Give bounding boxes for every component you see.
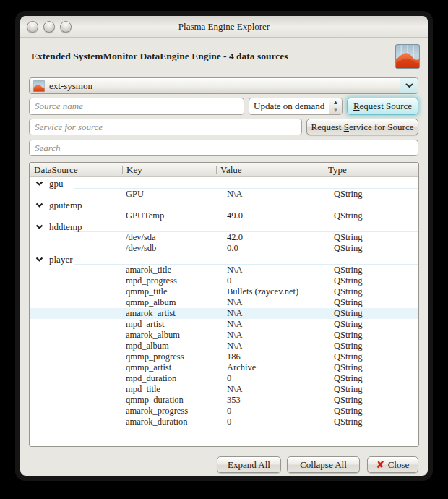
key-cell: mpd_title [122,384,216,395]
value-cell: N\A [216,330,324,341]
window-frame: Plasma Engine Explorer Extended SystemMo… [15,11,433,481]
group-row-hddtemp[interactable]: hddtemp [30,221,418,232]
spin-down-icon[interactable]: ▼ [329,106,342,114]
close-button[interactable]: ✘ Close [367,456,418,473]
data-row-qmmp_progress[interactable]: qmmp_progress186QString [30,351,418,362]
engine-item-icon [33,80,45,92]
type-cell: QString [324,286,418,297]
value-cell: N\A [216,319,324,330]
close-x-icon: ✘ [376,459,384,471]
value-cell: 0 [216,276,324,286]
data-row-mpd_title[interactable]: mpd_titleN\AQString [30,384,418,395]
data-row-amarok_title[interactable]: amarok_titleN\AQString [30,265,418,276]
chevron-down-icon[interactable] [400,78,418,93]
request-source-button[interactable]: Request Source [347,98,418,115]
data-row-mpd_artist[interactable]: mpd_artistN\AQString [30,319,418,330]
group-label: gputemp [49,200,82,210]
data-row-amarok_album[interactable]: amarok_albumN\AQString [30,330,418,341]
key-cell: amarok_artist [122,308,216,319]
value-cell: N\A [216,384,324,395]
data-row-mpd_progress[interactable]: mpd_progress0QString [30,276,418,286]
chevron-down-icon[interactable] [35,224,43,229]
spin-up-icon[interactable]: ▲ [329,98,342,106]
engine-select[interactable]: ext-sysmon [29,77,418,94]
value-cell: N\A [216,265,324,276]
data-row-qmmp_title[interactable]: qmmp_titleBullets (zaycev.net)QString [30,286,418,297]
expand-all-button[interactable]: Expand All [217,456,281,473]
value-cell: 353 [216,395,324,406]
key-cell: mpd_progress [122,276,216,286]
key-cell: mpd_duration [122,373,216,384]
data-row-/dev/sdb[interactable]: /dev/sdb0.0QString [30,243,418,254]
column-header-type[interactable]: Type [324,163,418,176]
value-cell: 0.0 [216,243,324,254]
type-cell: QString [324,351,418,362]
data-row-qmmp_duration[interactable]: qmmp_duration353QString [30,395,418,406]
type-cell: QString [324,297,418,308]
type-cell: QString [324,265,418,276]
group-row-gpu[interactable]: gpu [30,178,418,189]
type-cell: QString [324,406,418,417]
system-monitor-icon [395,44,420,69]
chevron-down-icon[interactable] [35,202,43,208]
key-cell: qmmp_album [122,297,216,308]
chevron-down-icon[interactable] [35,181,43,186]
key-cell: qmmp_title [122,286,216,297]
table-body: gpuGPUN\AQStringgputempGPUTemp49.0QStrin… [30,177,418,427]
data-row-amarok_duration[interactable]: amarok_duration0QString [30,417,418,427]
data-row-mpd_duration[interactable]: mpd_duration0QString [30,373,418,384]
data-row-qmmp_album[interactable]: qmmp_albumN\AQString [30,297,418,308]
group-row-player[interactable]: player [30,254,418,265]
key-cell: GPUTemp [122,210,216,221]
data-row-mpd_album[interactable]: mpd_albumN\AQString [30,341,418,351]
type-cell: QString [324,384,418,395]
column-header-key[interactable]: Key [122,163,216,176]
value-cell: Bullets (zaycev.net) [216,286,324,297]
search-input[interactable] [29,140,418,156]
value-cell: N\A [216,308,324,319]
column-header-datasource[interactable]: DataSource [30,163,122,176]
group-label: player [49,254,72,265]
key-cell: amarok_title [122,265,216,276]
key-cell: /dev/sdb [122,243,216,254]
key-cell: amarok_progress [122,406,216,417]
collapse-all-button[interactable]: Collapse All [287,456,360,473]
type-cell: QString [324,232,418,243]
key-cell: qmmp_artist [122,362,216,373]
screen: { "window": { "title": "Plasma Engine Ex… [0,0,448,499]
group-label: gpu [49,178,64,189]
key-cell: qmmp_progress [122,351,216,362]
type-cell: QString [324,417,418,427]
value-cell: 0 [216,373,324,384]
update-interval-spinbox[interactable]: Update on demand ▲ ▼ [249,98,343,115]
group-label: hddtemp [49,221,82,232]
key-cell: mpd_artist [122,319,216,330]
title-bar[interactable]: Plasma Engine Explorer [20,16,428,38]
window-title: Plasma Engine Explorer [20,16,428,38]
value-cell: N\A [216,341,324,351]
type-cell: QString [324,362,418,373]
data-row-amarok_progress[interactable]: amarok_progress0QString [30,406,418,417]
value-cell: 0 [216,406,324,417]
data-row-amarok_artist[interactable]: amarok_artistN\AQString [30,308,418,319]
data-row-/dev/sda[interactable]: /dev/sda42.0QString [30,232,418,243]
data-row-GPU[interactable]: GPUN\AQString [30,189,418,200]
type-cell: QString [324,189,418,200]
key-cell: GPU [122,189,216,200]
data-source-tree: DataSource Key Value Type gpuGPUN\AQStri… [29,162,419,447]
source-name-input[interactable] [29,98,244,115]
service-for-source-input[interactable] [29,119,302,135]
request-service-button[interactable]: Request Service for Source [306,119,418,135]
type-cell: QString [324,308,418,319]
engine-header-title: Extended SystemMonitor DataEngine Engine… [31,51,288,62]
column-header-value[interactable]: Value [216,163,324,176]
type-cell: QString [324,330,418,341]
type-cell: QString [324,210,418,221]
chevron-down-icon[interactable] [35,257,43,262]
data-row-qmmp_artist[interactable]: qmmp_artistArchiveQString [30,362,418,373]
value-cell: Archive [216,362,324,373]
value-cell: 49.0 [216,210,324,221]
data-row-GPUTemp[interactable]: GPUTemp49.0QString [30,210,418,221]
group-row-gputemp[interactable]: gputemp [30,200,418,210]
value-cell: N\A [216,297,324,308]
